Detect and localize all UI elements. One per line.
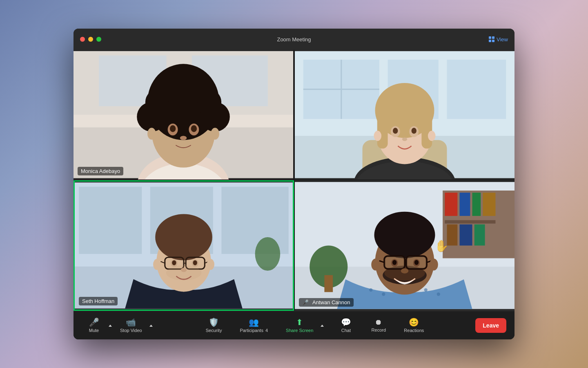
svg-point-21 <box>211 128 219 140</box>
svg-rect-26 <box>447 60 506 119</box>
antwan-name: Antwan Cannon <box>312 299 350 305</box>
svg-rect-48 <box>221 187 288 254</box>
video-cell-seth: Seth Hoffman <box>74 180 294 311</box>
svg-point-61 <box>193 260 197 265</box>
svg-point-17 <box>170 125 176 132</box>
camera-icon: 📹 <box>126 318 136 326</box>
record-button[interactable]: ⏺ Record <box>366 316 391 335</box>
svg-point-42 <box>374 131 381 141</box>
svg-rect-70 <box>460 193 470 216</box>
chat-button[interactable]: 💬 Chat <box>334 316 358 335</box>
titlebar: Zoom Meeting View <box>74 29 514 50</box>
svg-rect-36 <box>421 110 432 148</box>
chat-icon: 💬 <box>341 318 351 326</box>
seth-name: Seth Hoffman <box>82 298 114 304</box>
share-screen-label: Share Screen <box>286 328 313 333</box>
svg-point-20 <box>147 128 156 140</box>
toolbar-center: 🛡️ Security 👥 Participants 4 ⬆ Share Scr… <box>154 316 476 335</box>
video-sarah <box>295 50 514 180</box>
chat-label: Chat <box>341 328 351 333</box>
svg-point-100 <box>401 268 409 273</box>
minimize-button[interactable] <box>88 37 93 42</box>
svg-point-79 <box>369 288 372 292</box>
svg-rect-71 <box>472 193 481 216</box>
svg-point-18 <box>191 125 197 132</box>
view-button[interactable]: View <box>489 36 508 43</box>
record-icon: ⏺ <box>375 319 382 326</box>
toolbar: 🎤 Mute 📹 Stop Video <box>74 311 514 339</box>
svg-point-62 <box>166 265 201 280</box>
security-label: Security <box>206 328 222 333</box>
svg-point-49 <box>255 237 281 271</box>
share-screen-arrow[interactable] <box>319 321 325 329</box>
svg-point-43 <box>428 131 436 141</box>
security-button[interactable]: 🛡️ Security <box>201 316 227 335</box>
svg-rect-46 <box>79 187 142 254</box>
svg-rect-72 <box>483 193 495 216</box>
record-label: Record <box>372 328 386 332</box>
participants-icon: 👥 <box>249 318 259 326</box>
svg-point-101 <box>371 259 380 271</box>
svg-point-65 <box>207 259 214 270</box>
share-screen-button[interactable]: ⬆ Share Screen <box>281 316 318 335</box>
svg-point-98 <box>392 260 396 265</box>
svg-point-80 <box>382 292 385 296</box>
share-screen-icon: ⬆ <box>296 318 303 326</box>
video-grid: Monica Adebayo <box>74 50 514 311</box>
svg-rect-75 <box>460 224 472 246</box>
video-cell-sarah <box>294 50 514 180</box>
stop-video-label: Stop Video <box>120 328 142 333</box>
svg-rect-76 <box>474 224 485 246</box>
video-monica <box>74 50 293 180</box>
svg-rect-69 <box>445 193 457 216</box>
svg-point-41 <box>402 137 407 141</box>
participants-label: Participants 4 <box>240 328 268 333</box>
svg-point-102 <box>430 259 438 271</box>
reactions-icon: 😊 <box>409 318 419 326</box>
svg-point-99 <box>414 260 419 265</box>
name-tag-antwan: 🎤 Antwan Cannon <box>299 298 354 307</box>
mute-label: Mute <box>89 328 99 333</box>
shield-icon: 🛡️ <box>209 318 219 326</box>
video-antwan <box>295 180 514 311</box>
svg-point-14 <box>167 76 200 110</box>
leave-button[interactable]: Leave <box>475 318 506 333</box>
svg-point-82 <box>424 288 428 292</box>
svg-point-52 <box>155 214 212 260</box>
svg-point-19 <box>180 136 187 140</box>
reactions-button[interactable]: 😊 Reactions <box>399 316 429 335</box>
reactions-label: Reactions <box>404 328 424 333</box>
svg-point-63 <box>181 268 187 272</box>
window-title: Zoom Meeting <box>277 36 311 43</box>
video-seth <box>75 182 293 310</box>
grid-icon <box>489 36 494 42</box>
svg-rect-35 <box>377 110 388 148</box>
name-tag-seth: Seth Hoffman <box>79 297 118 305</box>
video-cell-monica: Monica Adebayo <box>74 50 294 180</box>
mute-button[interactable]: 🎤 Mute <box>82 316 106 335</box>
svg-rect-78 <box>324 275 333 292</box>
maximize-button[interactable] <box>96 37 101 42</box>
participants-button[interactable]: 👥 Participants 4 <box>235 316 273 335</box>
microphone-icon: 🎤 <box>89 318 99 326</box>
hand-raise-icon: ✋ <box>434 239 449 252</box>
video-arrow[interactable] <box>148 321 154 329</box>
svg-point-60 <box>172 260 176 265</box>
monica-name: Monica Adebayo <box>81 168 120 174</box>
video-cell-antwan: ✋ 🎤 Antwan Cannon <box>294 180 514 311</box>
traffic-lights <box>80 37 101 42</box>
mute-arrow[interactable] <box>107 321 114 329</box>
zoom-window: Zoom Meeting View <box>74 29 514 339</box>
stop-video-button[interactable]: 📹 Stop Video <box>115 316 147 335</box>
view-label: View <box>497 36 508 43</box>
toolbar-left: 🎤 Mute 📹 Stop Video <box>82 316 154 335</box>
svg-point-40 <box>412 128 416 134</box>
share-screen-group: ⬆ Share Screen <box>281 316 325 335</box>
svg-rect-73 <box>445 220 495 223</box>
stop-video-group: 📹 Stop Video <box>115 316 154 335</box>
svg-point-64 <box>153 259 160 270</box>
name-tag-monica: Monica Adebayo <box>78 167 123 175</box>
svg-point-86 <box>374 212 435 258</box>
toolbar-right: Leave <box>475 318 506 333</box>
close-button[interactable] <box>80 37 85 42</box>
